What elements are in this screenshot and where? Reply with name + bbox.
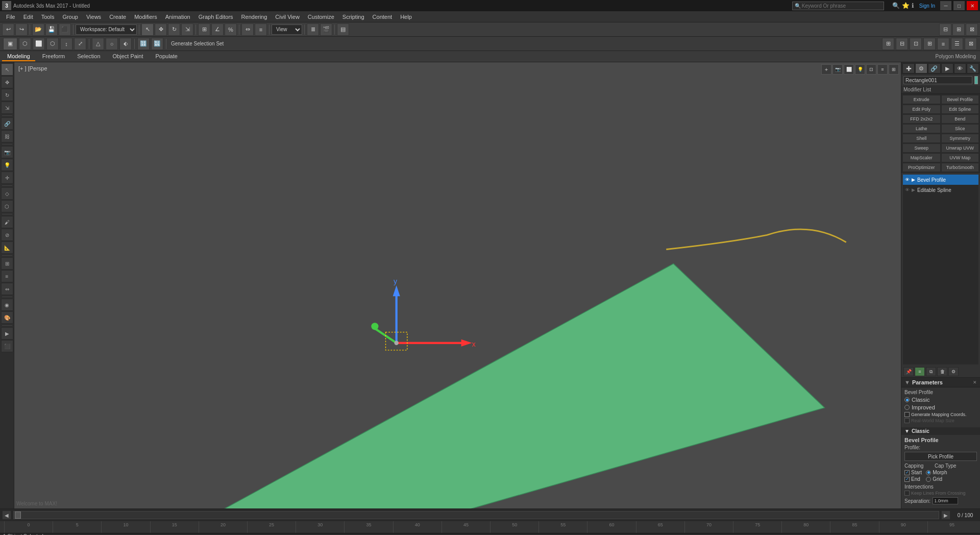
lt-geometry-btn[interactable]: ⬡: [1, 200, 13, 212]
mod-uvwmap[interactable]: UVW Map: [941, 153, 979, 162]
viewport[interactable]: [+ ] [Perspective] [Standard] [Edged Fac…: [14, 62, 901, 508]
select-btn[interactable]: ↖: [141, 23, 154, 36]
mod-edit-spline[interactable]: Edit Spline: [941, 105, 979, 114]
mod-bevel-profile[interactable]: Bevel Profile: [941, 95, 979, 104]
vp-xray-btn[interactable]: ⊡: [866, 64, 876, 75]
pick-profile-btn[interactable]: Pick Profile: [904, 452, 977, 461]
lt-anim-btn[interactable]: ▶: [1, 327, 13, 339]
lt-material-btn[interactable]: ◉: [1, 299, 13, 311]
params-close-btn[interactable]: ✕: [973, 380, 977, 385]
poly-btn5[interactable]: ⤢: [74, 38, 86, 50]
minimize-btn[interactable]: ─: [940, 1, 951, 10]
lt-link-btn[interactable]: 🔗: [1, 117, 13, 130]
stack-item-editable-spline[interactable]: 👁 ▶ Editable Spline: [903, 185, 978, 195]
poly-btn4[interactable]: ↕: [60, 38, 72, 50]
poly-btn9[interactable]: 🔢: [137, 38, 150, 50]
mirror-btn[interactable]: ⇔: [241, 23, 254, 36]
eye-icon-spline[interactable]: 👁: [905, 187, 910, 192]
workspace-dropdown[interactable]: Workspace: Default: [76, 25, 137, 35]
sign-in-btn[interactable]: Sign In: [916, 3, 938, 9]
panel-tab-create[interactable]: ✚: [902, 63, 915, 74]
menu-help[interactable]: Help: [396, 11, 416, 22]
poly-btn1[interactable]: ⬡: [19, 38, 31, 50]
menu-edit[interactable]: Edit: [19, 11, 37, 22]
lt-color-btn[interactable]: 🎨: [1, 311, 13, 324]
poly-btn3[interactable]: ⬡: [46, 38, 59, 50]
close-btn[interactable]: ✕: [967, 1, 978, 10]
object-name-input[interactable]: [903, 76, 972, 84]
tab-object-paint[interactable]: Object Paint: [108, 52, 149, 61]
params-header[interactable]: ▼ Parameters ✕: [901, 378, 980, 387]
classic-section-header[interactable]: ▼ Classic: [901, 427, 980, 435]
sc-settings-btn[interactable]: ⚙: [948, 367, 959, 376]
vp-stats-btn[interactable]: ≡: [877, 64, 888, 75]
align-btn[interactable]: ≡: [255, 23, 267, 36]
poly-btn2[interactable]: ⬜: [33, 38, 45, 50]
sc-delete-btn[interactable]: 🗑: [937, 367, 947, 376]
save-btn[interactable]: 💾: [45, 23, 58, 36]
redo-btn[interactable]: ↪: [15, 23, 28, 36]
vp-shading-btn[interactable]: ⬜: [844, 64, 854, 75]
poly-btn10[interactable]: 🔣: [151, 38, 163, 50]
tab-modeling[interactable]: Modeling: [2, 52, 35, 61]
ribbon-btn[interactable]: ▤: [337, 23, 349, 36]
poly-btn6[interactable]: △: [92, 38, 104, 50]
keep-lines-checkbox[interactable]: [904, 491, 910, 496]
extra-btn3[interactable]: ⊠: [966, 23, 978, 36]
lt-light-btn[interactable]: 💡: [1, 159, 13, 171]
lt-measure-btn[interactable]: 📐: [1, 241, 13, 254]
timeline-back-btn[interactable]: ◀: [2, 510, 11, 520]
eye-icon-bevel[interactable]: 👁: [905, 177, 910, 182]
mod-symmetry[interactable]: Symmetry: [941, 134, 979, 143]
tab-freeform[interactable]: Freeform: [37, 52, 70, 61]
lt-shape-btn[interactable]: ◇: [1, 187, 13, 200]
lt-helper-btn[interactable]: ✛: [1, 172, 13, 184]
rotate-btn[interactable]: ↻: [168, 23, 180, 36]
menu-civil-view[interactable]: Civil View: [271, 11, 303, 22]
sc-copy-btn[interactable]: ⧉: [926, 367, 936, 376]
angle-snap-btn[interactable]: ∠: [211, 23, 224, 36]
mod-shell[interactable]: Shell: [902, 134, 941, 143]
classic-radio[interactable]: [904, 397, 910, 402]
extra2-btn2[interactable]: ⊟: [896, 38, 908, 50]
render-btn[interactable]: ⬛: [59, 23, 71, 36]
extra2-btn4[interactable]: ⊞: [923, 38, 936, 50]
mod-lathe[interactable]: Lathe: [902, 124, 941, 133]
end-checkbox[interactable]: [904, 477, 910, 482]
vp-plus-btn[interactable]: +: [821, 64, 831, 75]
menu-scripting[interactable]: Scripting: [338, 11, 369, 22]
sc-pin-btn[interactable]: 📌: [903, 367, 914, 376]
extra-btn1[interactable]: ⊟: [939, 23, 951, 36]
panel-tab-motion[interactable]: ▶: [941, 63, 953, 74]
lt-camera-btn[interactable]: 📷: [1, 146, 13, 158]
menu-tools[interactable]: Tools: [37, 11, 59, 22]
panel-tab-hierarchy[interactable]: 🔗: [928, 63, 940, 74]
mod-ffd[interactable]: FFD 2x2x2: [902, 114, 941, 124]
sc-stack-btn[interactable]: ≡: [915, 367, 925, 376]
separation-input[interactable]: [933, 497, 958, 504]
panel-tab-utilities[interactable]: 🔧: [967, 63, 979, 74]
lt-render-btn[interactable]: ⬛: [1, 340, 13, 352]
mod-bend[interactable]: Bend: [941, 114, 979, 124]
move-btn[interactable]: ✥: [155, 23, 167, 36]
mod-sweep[interactable]: Sweep: [902, 143, 941, 153]
maximize-btn[interactable]: □: [953, 1, 965, 10]
lt-select-btn[interactable]: ↖: [1, 63, 13, 76]
vp-lighting-btn[interactable]: 💡: [855, 64, 865, 75]
lt-snap-btn[interactable]: ⊞: [1, 257, 13, 270]
improved-radio[interactable]: [904, 405, 910, 410]
panel-tab-display[interactable]: 👁: [954, 63, 966, 74]
extra2-btn7[interactable]: ⊠: [965, 38, 977, 50]
panel-tab-modify[interactable]: ⚙: [915, 63, 927, 74]
mod-slice[interactable]: Slice: [941, 124, 979, 133]
mod-extrude[interactable]: Extrude: [902, 95, 941, 104]
tab-populate[interactable]: Populate: [150, 52, 182, 61]
real-world-checkbox[interactable]: [904, 418, 910, 423]
menu-content[interactable]: Content: [369, 11, 397, 22]
layer-btn[interactable]: ≣: [307, 23, 319, 36]
scale-btn[interactable]: ⇲: [181, 23, 193, 36]
lt-mirror-btn[interactable]: ⇔: [1, 283, 13, 295]
lt-scale-btn[interactable]: ⇲: [1, 102, 13, 114]
lt-paint-btn[interactable]: 🖌: [1, 216, 13, 228]
lt-move-btn[interactable]: ✥: [1, 76, 13, 88]
